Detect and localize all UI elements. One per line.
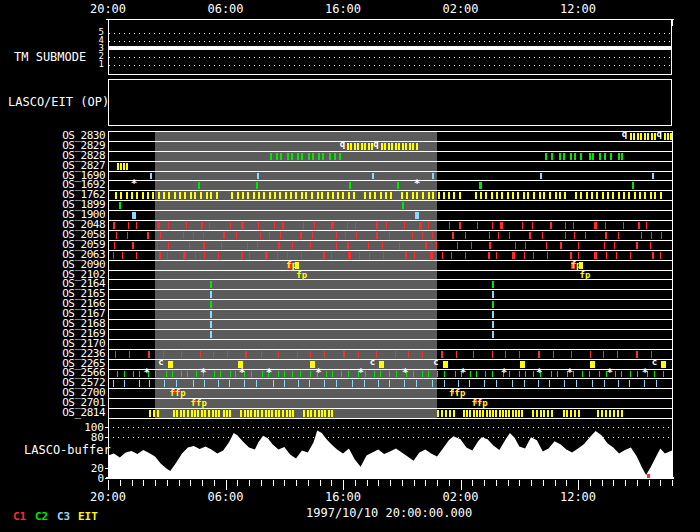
axis-minor-tick <box>625 480 626 486</box>
event-tick <box>203 232 204 239</box>
event-tick <box>331 222 334 229</box>
event-tick <box>617 351 618 358</box>
event-tick <box>382 242 383 249</box>
event-tick <box>268 410 270 417</box>
event-tick <box>469 410 471 417</box>
os-panel-right-border <box>672 131 673 418</box>
event-tick <box>523 192 525 199</box>
event-tick <box>332 371 333 378</box>
event-tick <box>168 192 170 199</box>
event-tick <box>261 351 262 358</box>
axis-minor-tick <box>120 480 121 486</box>
event-glyph-asterisk: * <box>402 368 409 377</box>
event-tick <box>499 410 501 417</box>
event-tick <box>270 153 272 160</box>
event-tick <box>570 410 572 417</box>
tm-submode-panel[interactable] <box>108 19 672 75</box>
event-tick <box>247 410 249 417</box>
event-tick <box>564 380 565 387</box>
event-tick <box>179 192 181 199</box>
event-tick <box>318 410 320 417</box>
event-tick <box>191 410 193 417</box>
event-tick <box>438 192 440 199</box>
event-tick <box>466 410 468 417</box>
event-tick <box>469 380 470 387</box>
row-separator <box>108 408 672 409</box>
event-tick <box>590 351 591 358</box>
event-tick <box>492 291 494 298</box>
event-glyph-q: q <box>373 140 378 149</box>
axis-minor-tick <box>672 480 673 486</box>
event-tick <box>605 222 606 229</box>
event-tick <box>314 222 315 229</box>
event-tick <box>309 380 310 387</box>
event-tick <box>477 222 478 229</box>
event-tick <box>318 153 320 160</box>
event-tick <box>650 192 652 199</box>
event-tick <box>166 371 167 378</box>
event-tick <box>376 351 377 358</box>
event-tick <box>376 222 378 229</box>
event-tick <box>200 192 202 199</box>
event-tick <box>117 371 118 378</box>
event-tick <box>149 380 150 387</box>
event-tick <box>257 173 259 180</box>
event-tick <box>307 410 309 417</box>
event-tick <box>661 361 666 368</box>
event-tick <box>533 252 534 259</box>
event-tick <box>573 222 574 229</box>
event-tick <box>254 410 256 417</box>
event-tick <box>374 192 376 199</box>
event-tick <box>208 410 210 417</box>
event-tick <box>374 371 375 378</box>
event-tick <box>321 192 323 199</box>
event-tick <box>436 242 437 249</box>
buffer-right-border <box>672 418 673 478</box>
event-tick <box>122 252 123 259</box>
event-tick <box>290 192 292 199</box>
event-tick <box>456 351 457 358</box>
axis-major-tick <box>578 480 579 490</box>
buffer-event-marker <box>647 474 650 478</box>
event-glyph-asterisk: * <box>607 368 614 377</box>
event-tick <box>546 242 547 249</box>
event-tick <box>329 153 331 160</box>
event-glyph-c: c <box>158 358 163 367</box>
axis-minor-tick <box>590 480 591 486</box>
event-tick <box>369 192 371 199</box>
axis-minor-tick <box>155 480 156 486</box>
event-tick <box>551 153 553 160</box>
event-tick <box>560 242 562 249</box>
event-tick <box>615 371 616 378</box>
event-tick <box>380 192 382 199</box>
event-tick <box>610 153 612 160</box>
event-tick <box>416 143 418 150</box>
event-tick <box>310 351 311 358</box>
event-tick <box>574 410 576 417</box>
event-tick <box>257 242 258 249</box>
event-tick <box>492 281 494 288</box>
event-tick <box>449 410 451 417</box>
event-tick <box>312 232 313 239</box>
event-tick <box>485 371 486 378</box>
event-tick <box>512 380 513 387</box>
event-tick <box>580 153 582 160</box>
event-tick <box>210 321 212 328</box>
event-tick <box>364 380 365 387</box>
os-panel-left-border <box>108 131 109 418</box>
event-tick <box>298 380 299 387</box>
event-tick <box>495 410 497 417</box>
event-tick <box>432 192 434 199</box>
event-tick <box>147 192 149 199</box>
event-tick <box>186 222 187 229</box>
tm-submode-value-line <box>109 46 671 50</box>
tm-level-label: 1 <box>86 60 104 69</box>
event-tick <box>334 153 336 160</box>
lasco-eit-label: LASCO/EIT (OP) <box>8 96 109 108</box>
event-tick <box>176 410 178 417</box>
lasco-eit-panel[interactable] <box>108 79 672 126</box>
event-glyph-fp: fp <box>571 261 582 270</box>
event-tick <box>245 351 247 358</box>
event-tick <box>116 232 117 239</box>
event-tick <box>194 192 196 199</box>
